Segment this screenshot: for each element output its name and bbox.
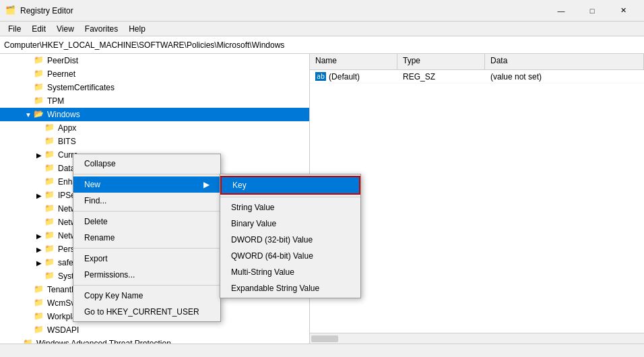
titlebar: 🗂️ Registry Editor — □ ✕ — [0, 0, 644, 22]
folder-icon: 📁 — [44, 176, 55, 187]
menu-edit[interactable]: Edit — [26, 23, 51, 35]
submenu-dword-value[interactable]: DWORD (32-bit) Value — [220, 232, 360, 248]
tree-label: BITS — [58, 137, 76, 146]
expand-icon: ▶ — [35, 245, 43, 253]
context-menu-rename[interactable]: Rename — [73, 230, 220, 246]
expand-icon: ▼ — [24, 110, 32, 119]
tree-item-bits[interactable]: 📁 BITS — [0, 135, 309, 148]
context-menu-separator — [73, 174, 220, 174]
folder-icon: 📁 — [44, 271, 55, 282]
expand-icon — [13, 339, 22, 344]
context-menu-separator2 — [73, 211, 220, 212]
context-menu-find[interactable]: Find... — [73, 193, 220, 209]
tree-item-peerdist[interactable]: 📁 PeerDist — [0, 54, 309, 67]
context-menu-copy-key-name[interactable]: Copy Key Name — [73, 288, 220, 304]
menu-view[interactable]: View — [51, 23, 79, 35]
context-menu-collapse[interactable]: Collapse — [73, 156, 220, 172]
folder-icon: 📁 — [44, 190, 55, 201]
context-menu-separator3 — [73, 248, 220, 249]
scrollbar-thumb[interactable] — [311, 335, 338, 342]
folder-icon: 📁 — [44, 217, 55, 228]
context-menu: Collapse New ▶ Find... Delete Rename Exp… — [73, 154, 221, 322]
expand-icon: ▶ — [35, 151, 43, 159]
folder-icon: 📁 — [34, 311, 44, 322]
expand-icon — [24, 299, 32, 307]
menu-file[interactable]: File — [3, 23, 26, 35]
folder-icon: 📁 — [44, 136, 55, 147]
submenu-qword-value[interactable]: QWORD (64-bit) Value — [220, 248, 360, 264]
submenu-binary-value[interactable]: Binary Value — [220, 216, 360, 232]
table-row: ab (Default) REG_SZ (value not set) — [310, 70, 644, 84]
folder-icon: 📁 — [34, 325, 44, 335]
menu-help[interactable]: Help — [123, 23, 151, 35]
app-icon: 🗂️ — [5, 5, 16, 16]
submenu-expandable-string-value[interactable]: Expandable String Value — [220, 280, 360, 296]
col-header-name: Name — [310, 54, 397, 69]
app-title: Registry Editor — [20, 6, 546, 15]
expand-icon — [24, 70, 32, 78]
folder-icon: 📁 — [34, 298, 44, 309]
cell-name: ab (Default) — [310, 72, 397, 82]
folder-icon: 📁 — [34, 82, 44, 93]
tree-item-windows[interactable]: ▼ 📂 Windows — [0, 108, 309, 121]
horizontal-scrollbar[interactable] — [310, 333, 644, 344]
expand-icon: ▶ — [35, 232, 43, 240]
addressbar: Computer\HKEY_LOCAL_MACHINE\SOFTWARE\Pol… — [0, 36, 644, 54]
tree-label: Peernet — [47, 69, 75, 79]
context-menu-delete[interactable]: Delete — [73, 214, 220, 230]
submenu-string-value[interactable]: String Value — [220, 199, 360, 216]
expand-icon: ▶ — [35, 191, 43, 199]
col-header-data: Data — [485, 54, 644, 69]
folder-icon: 📁 — [23, 338, 34, 344]
submenu-key[interactable]: Key — [220, 176, 360, 195]
folder-icon: 📂 — [34, 109, 44, 120]
folder-icon: 📁 — [44, 244, 55, 255]
submenu-separator — [220, 197, 360, 197]
submenu-multi-string-value[interactable]: Multi-String Value — [220, 264, 360, 280]
expand-icon — [35, 218, 43, 226]
tree-item-peernet[interactable]: 📁 Peernet — [0, 67, 309, 81]
tree-item-appx[interactable]: 📁 Appx — [0, 121, 309, 135]
context-menu-export[interactable]: Export — [73, 251, 220, 267]
main-area: 📁 PeerDist 📁 Peernet 📁 SystemCertificate… — [0, 54, 644, 344]
context-menu-permissions[interactable]: Permissions... — [73, 267, 220, 283]
expand-icon — [24, 286, 32, 294]
context-menu-new-label: New — [84, 180, 100, 189]
context-menu-separator4 — [73, 285, 220, 286]
maximize-button[interactable]: □ — [577, 0, 608, 22]
cell-data: (value not set) — [485, 72, 644, 82]
cell-name-text: (Default) — [329, 72, 360, 82]
col-header-type: Type — [397, 54, 485, 69]
cell-type: REG_SZ — [397, 72, 485, 82]
folder-icon: 📁 — [44, 163, 55, 174]
minimize-button[interactable]: — — [546, 0, 577, 22]
context-menu-new[interactable]: New ▶ — [73, 176, 220, 193]
tree-item-wsdapi[interactable]: 📁 WSDAPI — [0, 323, 309, 337]
folder-icon: 📁 — [44, 203, 55, 214]
close-button[interactable]: ✕ — [608, 0, 639, 22]
expand-icon — [35, 124, 43, 132]
expand-icon — [35, 137, 43, 145]
tree-label: Windows Advanced Threat Protection — [36, 339, 171, 344]
titlebar-buttons: — □ ✕ — [546, 0, 639, 22]
tree-label: SystemCertificates — [47, 83, 115, 92]
expand-icon — [24, 313, 32, 321]
statusbar — [0, 344, 644, 357]
expand-icon: ▶ — [35, 259, 43, 267]
context-menu-goto-hkcu[interactable]: Go to HKEY_CURRENT_USER — [73, 304, 220, 320]
tree-item-systemcerts[interactable]: 📁 SystemCertificates — [0, 81, 309, 94]
tree-label: WSDAPI — [47, 325, 79, 335]
tree-label: TPM — [47, 96, 64, 106]
tree-label: Windows — [47, 110, 80, 119]
folder-icon: 📁 — [34, 96, 44, 106]
menu-favorites[interactable]: Favorites — [79, 23, 123, 35]
folder-icon: 📁 — [34, 69, 44, 79]
address-path: Computer\HKEY_LOCAL_MACHINE\SOFTWARE\Pol… — [4, 40, 284, 50]
expand-icon — [35, 178, 43, 186]
folder-icon: 📁 — [44, 230, 55, 241]
tree-item-watp[interactable]: 📁 Windows Advanced Threat Protection — [0, 337, 309, 344]
value-icon: ab — [315, 72, 326, 81]
tree-item-tpm[interactable]: 📁 TPM — [0, 94, 309, 108]
folder-icon: 📁 — [44, 123, 55, 133]
expand-icon — [24, 84, 32, 92]
